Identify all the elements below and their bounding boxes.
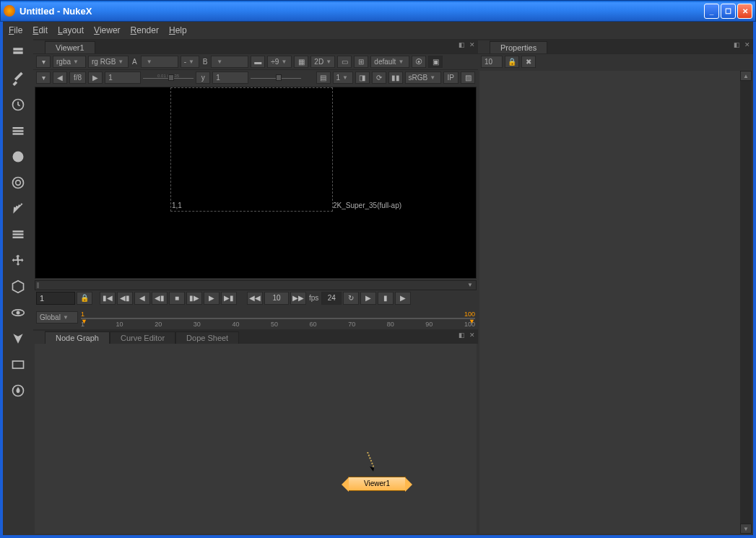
gain-slider[interactable]: 0.01 65535 [143, 71, 194, 84]
step-fwd-icon[interactable]: ▮▶ [186, 292, 202, 305]
play-back-icon[interactable]: ◀ [134, 292, 150, 305]
props-panel-float-icon[interactable]: ◧ [732, 40, 741, 49]
timeline[interactable]: 1▼ 100▼ 1 10 20 30 40 50 60 70 80 90 100 [81, 308, 475, 328]
fstop-next-icon[interactable]: ▶ [88, 71, 103, 84]
clip-warning-icon[interactable]: ▬ [251, 56, 265, 68]
scroll-up-icon[interactable]: ▲ [740, 71, 752, 81]
nodegraph-canvas[interactable]: Viewer1 [35, 344, 477, 534]
panel-close-icon[interactable]: ✕ [468, 40, 477, 49]
node-viewer1[interactable]: Viewer1 [348, 477, 406, 491]
play-fwd-icon[interactable]: ▶ [204, 292, 220, 305]
pause-icon[interactable]: ▮▮ [388, 71, 403, 84]
a-op-dropdown[interactable]: -▼ [181, 56, 199, 68]
gamma-input[interactable] [212, 71, 248, 84]
layers-icon[interactable]: ▤ [316, 71, 331, 84]
stop-icon[interactable]: ■ [169, 292, 185, 305]
timeline-mode-dropdown[interactable]: Global▼ [36, 311, 78, 324]
goto-first-icon[interactable]: ▮◀ [100, 292, 116, 305]
rgb-dropdown[interactable]: rg RGB▼ [88, 56, 129, 68]
current-frame[interactable]: 10 [264, 292, 289, 305]
ng-panel-float-icon[interactable]: ◧ [457, 331, 466, 339]
fast-back-icon[interactable]: ◀◀ [247, 292, 263, 305]
tab-properties[interactable]: Properties [490, 41, 547, 53]
menu-file[interactable]: File [9, 25, 22, 35]
tab-nodegraph[interactable]: Node Graph [45, 331, 110, 344]
props-lock-icon[interactable]: 🔒 [505, 56, 519, 68]
tab-curveeditor[interactable]: Curve Editor [110, 331, 175, 344]
camera-dropdown[interactable]: default▼ [370, 56, 409, 68]
region-icon[interactable]: ▣ [428, 56, 443, 68]
view-mode-dropdown[interactable]: 2D▼ [310, 56, 335, 68]
stereo-icon[interactable]: ▭ [337, 56, 352, 68]
tool-arrow-icon[interactable] [10, 45, 26, 61]
tool-brush-icon[interactable] [10, 71, 26, 87]
properties-scrollbar[interactable]: ▲ ▼ [740, 71, 752, 534]
menu-help[interactable]: Help [169, 25, 187, 35]
tool-views-icon[interactable] [10, 305, 26, 321]
fps-field[interactable]: 24 [321, 292, 342, 305]
menu-layout[interactable]: Layout [58, 25, 84, 35]
tab-dopesheet[interactable]: Dope Sheet [175, 331, 239, 344]
fullscreen-icon[interactable]: ▶ [360, 292, 376, 305]
next-key-icon[interactable]: ▶▮ [221, 292, 237, 305]
tool-keyer-icon[interactable] [10, 201, 26, 217]
maximize-button[interactable]: ☐ [721, 4, 736, 19]
fstop-prev-icon[interactable]: ◀ [53, 71, 67, 84]
colorspace-dropdown[interactable]: sRGB▼ [405, 71, 441, 84]
fast-fwd-icon[interactable]: ▶▶ [290, 292, 306, 305]
tool-flame-icon[interactable] [10, 383, 26, 399]
frame-range-start[interactable]: 1 [36, 292, 75, 305]
fstop-button[interactable]: f/8 [69, 71, 86, 84]
refresh-icon[interactable]: ⟳ [372, 71, 386, 84]
multiview-icon[interactable]: ⊞ [354, 56, 368, 68]
tab-viewer1[interactable]: Viewer1 [45, 41, 95, 53]
a-input-dropdown[interactable]: ▼ [141, 56, 178, 68]
tool-meta-icon[interactable] [10, 331, 26, 347]
gamma-slider[interactable] [251, 71, 301, 84]
node-input-arrow-icon[interactable] [364, 452, 378, 474]
goto-last-icon[interactable]: ▮ [378, 292, 394, 305]
tool-3d-icon[interactable] [10, 279, 26, 295]
playback-bar: 1 🔒 ▮◀ ◀▮ ◀ ◀▮ ■ ▮▶ ▶ ▶▮ ◀◀ 10 ▶▶ fps 24… [33, 290, 478, 306]
tool-time-icon[interactable] [10, 97, 26, 113]
step-back-icon[interactable]: ◀▮ [152, 292, 168, 305]
properties-max-count[interactable]: 10 [481, 56, 503, 68]
b-input-dropdown[interactable]: ▼ [211, 56, 248, 68]
lock-camera-icon[interactable]: ⦿ [412, 56, 426, 68]
lock-range-icon[interactable]: 🔒 [77, 292, 92, 305]
tool-transform-icon[interactable] [10, 253, 26, 269]
menu-edit[interactable]: Edit [32, 25, 48, 35]
flipbook-icon[interactable]: ▶ [395, 292, 411, 305]
channel-dropdown[interactable]: rgba▼ [53, 56, 86, 68]
menu-viewer[interactable]: Viewer [94, 25, 120, 35]
menu-render[interactable]: Render [131, 25, 159, 35]
pane-menu-icon[interactable]: ▾ [36, 56, 51, 68]
zebra-icon[interactable]: ▨ [461, 71, 475, 84]
proxy-toggle-icon[interactable]: ▦ [294, 56, 308, 68]
gain-input[interactable] [105, 71, 141, 84]
close-button[interactable]: ✕ [737, 4, 752, 19]
tool-other-icon[interactable] [10, 357, 26, 373]
panel-float-icon[interactable]: ◧ [457, 40, 466, 49]
ip-button[interactable]: IP [443, 71, 459, 84]
tool-filter-icon[interactable] [10, 175, 26, 191]
ng-panel-close-icon[interactable]: ✕ [468, 331, 477, 339]
viewer-scroll[interactable]: ▼ [35, 280, 477, 290]
scroll-down-icon[interactable]: ▼ [740, 524, 752, 534]
wipe-icon[interactable]: ◨ [355, 71, 370, 84]
svg-point-2 [13, 178, 24, 188]
scroll-menu-icon[interactable]: ▼ [467, 282, 473, 288]
props-clear-icon[interactable]: ✖ [521, 56, 536, 68]
tool-color-icon[interactable] [10, 149, 26, 165]
minimize-button[interactable]: _ [704, 4, 719, 19]
viewer-viewport[interactable]: 1,1 2K_Super_35(full-ap) [35, 87, 477, 279]
gamma-toggle-icon[interactable]: y [196, 71, 210, 84]
props-panel-close-icon[interactable]: ✕ [743, 40, 752, 49]
layer-dropdown[interactable]: 1▼ [333, 71, 353, 84]
pane-menu2-icon[interactable]: ▾ [36, 71, 51, 84]
tool-merge-icon[interactable] [10, 227, 26, 243]
tool-channel-icon[interactable] [10, 123, 26, 139]
loop-icon[interactable]: ↻ [343, 292, 359, 305]
prev-key-icon[interactable]: ◀▮ [117, 292, 133, 305]
downscale-dropdown[interactable]: ÷9▼ [267, 56, 292, 68]
